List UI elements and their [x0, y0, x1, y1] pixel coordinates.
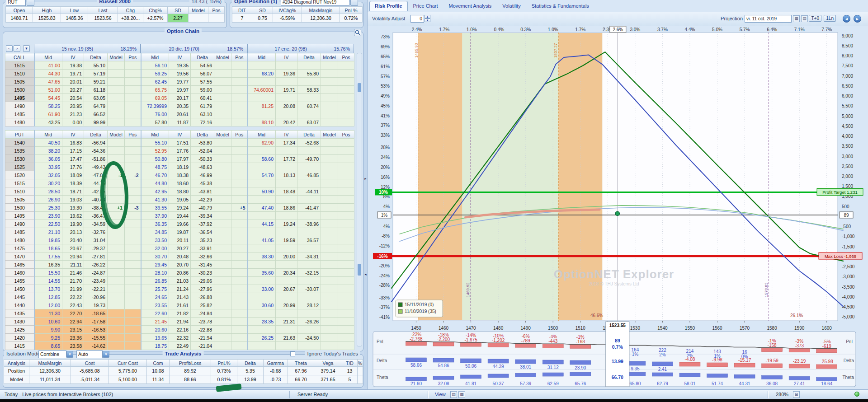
- chain-cell[interactable]: [125, 309, 141, 318]
- chain-cell[interactable]: 60.41: [191, 94, 214, 102]
- chain-cell[interactable]: [276, 293, 297, 301]
- chain-cell[interactable]: [231, 244, 248, 252]
- chain-cell[interactable]: -38.40: [84, 204, 108, 212]
- chain-cell[interactable]: 33.00: [248, 285, 276, 293]
- chain-cell[interactable]: 40.50: [34, 139, 62, 147]
- chain-cell[interactable]: [108, 179, 125, 187]
- chain-cell[interactable]: [214, 318, 231, 326]
- chain-cell[interactable]: 50.80: [141, 155, 169, 163]
- chain-cell[interactable]: 17.97: [169, 155, 191, 163]
- chain-cell[interactable]: [108, 252, 125, 261]
- oneln-toggle[interactable]: 1Ln: [824, 15, 836, 22]
- chain-cell[interactable]: [321, 163, 338, 171]
- chain-cell[interactable]: [231, 187, 248, 196]
- chain-cell[interactable]: [338, 204, 354, 212]
- chain-cell[interactable]: -34.31: [297, 252, 321, 261]
- chain-cell[interactable]: -3: [125, 204, 141, 212]
- chain-cell[interactable]: [214, 220, 231, 228]
- chain-cell[interactable]: [108, 163, 125, 171]
- chain-cell[interactable]: [108, 301, 125, 309]
- chain-cell[interactable]: 20.08: [276, 102, 297, 110]
- chain-cell[interactable]: [338, 147, 354, 155]
- chain-cell[interactable]: [108, 155, 125, 163]
- chain-cell[interactable]: [321, 326, 338, 334]
- tab-price-chart[interactable]: Price Chart: [408, 1, 443, 11]
- chain-cell[interactable]: 19.03: [62, 196, 84, 204]
- chain-cell[interactable]: 19.71: [62, 70, 84, 78]
- chain-cell[interactable]: [321, 309, 338, 318]
- chain-cell[interactable]: 30.70: [141, 252, 169, 261]
- chain-cell[interactable]: [338, 309, 354, 318]
- chain-cell[interactable]: 36.35: [141, 220, 169, 228]
- chain-cell[interactable]: [214, 163, 231, 171]
- chain-cell[interactable]: 22.50: [34, 220, 62, 228]
- chain-cell[interactable]: [214, 285, 231, 293]
- chain-cell[interactable]: 22.60: [141, 309, 169, 318]
- chain-cell[interactable]: [231, 261, 248, 269]
- chain-cell[interactable]: 18.48: [276, 187, 297, 196]
- chain-cell[interactable]: 58.60: [248, 155, 276, 163]
- chain-cell[interactable]: [108, 110, 125, 118]
- chain-cell[interactable]: -21.04: [191, 342, 214, 350]
- chain-cell[interactable]: [321, 139, 338, 147]
- chain-cell[interactable]: [297, 179, 321, 187]
- chain-cell[interactable]: 11.87: [169, 118, 191, 126]
- chain-cell[interactable]: 47.40: [248, 204, 276, 212]
- chain-cell[interactable]: 8.65: [34, 342, 62, 350]
- chain-cell[interactable]: 28.10: [141, 269, 169, 277]
- chain-cell[interactable]: 59.25: [141, 70, 169, 78]
- chain-cell[interactable]: [214, 179, 231, 187]
- chain-cell[interactable]: 20.34: [276, 269, 297, 277]
- vol-adjust-input[interactable]: 0: [410, 15, 424, 23]
- chain-cell[interactable]: 19.87: [169, 228, 191, 236]
- chain-cell[interactable]: [338, 139, 354, 147]
- chain-cell[interactable]: [248, 163, 276, 171]
- chain-cell[interactable]: 19.59: [276, 236, 297, 244]
- chain-cell[interactable]: -36.54: [191, 228, 214, 236]
- chain-cell[interactable]: 58.25: [34, 102, 62, 110]
- chain-cell[interactable]: [108, 342, 125, 350]
- chain-cell[interactable]: 17.76: [62, 163, 84, 171]
- chain-cell[interactable]: [125, 163, 141, 171]
- chain-cell[interactable]: 72.39999: [141, 102, 169, 110]
- chain-cell[interactable]: 22.49: [169, 342, 191, 350]
- chain-cell[interactable]: [321, 244, 338, 252]
- chain-cell[interactable]: 55.80: [297, 70, 321, 78]
- chain-cell[interactable]: [276, 228, 297, 236]
- chain-cell[interactable]: [297, 61, 321, 70]
- chain-cell[interactable]: [108, 212, 125, 220]
- chain-cell[interactable]: 22.16: [169, 326, 191, 334]
- chain-cell[interactable]: [338, 163, 354, 171]
- chain-cell[interactable]: [231, 269, 248, 277]
- auto-select[interactable]: Auto: [76, 351, 103, 358]
- chain-cell[interactable]: [108, 139, 125, 147]
- chain-cell[interactable]: [248, 61, 276, 70]
- chain-cell[interactable]: 20.35: [169, 102, 191, 110]
- chain-cell[interactable]: [248, 261, 276, 269]
- chain-cell[interactable]: -18.65: [84, 309, 108, 318]
- chain-cell[interactable]: [108, 220, 125, 228]
- chain-cell[interactable]: [125, 70, 141, 78]
- chain-cell[interactable]: 21.43: [169, 293, 191, 301]
- chain-cell[interactable]: -30.23: [191, 269, 214, 277]
- chain-cell[interactable]: [231, 293, 248, 301]
- chain-cell[interactable]: 16.35: [34, 261, 62, 269]
- chain-cell[interactable]: 19.66: [169, 220, 191, 228]
- chain-cell[interactable]: [297, 228, 321, 236]
- chain-cell[interactable]: [214, 147, 231, 155]
- chain-cell[interactable]: [338, 118, 354, 126]
- chain-cell[interactable]: [125, 285, 141, 293]
- chain-cell[interactable]: [338, 171, 354, 179]
- chain-cell[interactable]: [214, 277, 231, 285]
- chain-cell[interactable]: 62.45: [141, 78, 169, 86]
- chain-cell[interactable]: 18.71: [62, 187, 84, 196]
- chain-cell[interactable]: [214, 110, 231, 118]
- chain-cell[interactable]: -44.75: [84, 179, 108, 187]
- chain-cell[interactable]: 34.85: [141, 228, 169, 236]
- chain-cell[interactable]: [338, 187, 354, 196]
- chain-cell[interactable]: [214, 155, 231, 163]
- chain-cell[interactable]: 59.00: [191, 86, 214, 94]
- chain-cell[interactable]: 38.30: [248, 252, 276, 261]
- chain-cell[interactable]: [338, 261, 354, 269]
- isolation-mode-select[interactable]: Combine: [38, 351, 66, 358]
